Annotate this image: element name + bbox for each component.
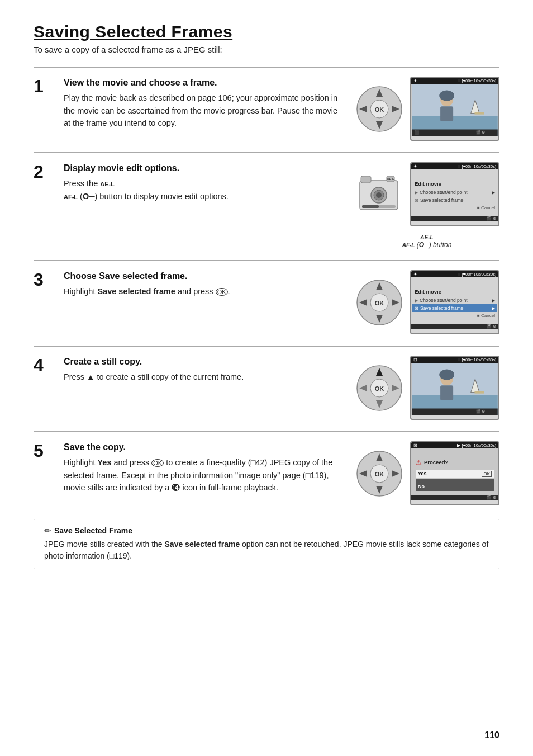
step-5-dialog: ⚠ Proceed? Yes OK No 🎬 ⚙ xyxy=(411,448,498,500)
svg-point-20 xyxy=(376,192,382,198)
step-1-images: OK ✦II [♥00m10s/00s30s] xyxy=(354,77,499,141)
step-2: 2 Display movie edit options. Press the … xyxy=(34,152,499,249)
step-1-screen: ✦II [♥00m10s/00s30s] xyxy=(410,77,499,141)
svg-rect-43 xyxy=(474,391,484,394)
svg-text:OK: OK xyxy=(375,471,384,478)
step-3-desc: Highlight Save selected frame and press … xyxy=(64,285,343,297)
step-2-desc: Press the AE‑LAF‑L (O─) button to displa… xyxy=(64,177,343,202)
step-4-screen: ⊡II [♥00m10s/00s30s] 🎬 ⚙ xyxy=(410,356,499,420)
step-4-images: OK ⊡II [♥00m10s/00s30s] xyxy=(354,356,499,420)
page-title: Saving Selected Frames xyxy=(34,22,499,41)
step-1-number: 1 xyxy=(34,77,58,96)
page-subtitle: To save a copy of a selected frame as a … xyxy=(34,45,499,54)
step-4-desc: Press ▲ to create a still copy of the cu… xyxy=(64,371,343,383)
step-3-menu-item-1: ▶ Choose start/end point ▶ xyxy=(412,296,497,304)
step-4-statusbar: ⊡II [♥00m10s/00s30s] xyxy=(411,357,498,363)
step-5-statusbar: ⊡▶ [♥00m10s/00s30s] xyxy=(411,442,498,448)
step-4: 4 Create a still copy. Press ▲ to create… xyxy=(34,346,499,420)
svg-rect-25 xyxy=(362,205,379,208)
step-2-statusbar: ✦II [♥00m10s/00s30s] xyxy=(411,163,498,169)
step-3-statusbar: ✦II [♥00m10s/00s30s] xyxy=(411,271,498,277)
step-2-camera-diagram: AE-L xyxy=(354,169,404,220)
step-1-desc: Play the movie back as described on page… xyxy=(64,92,343,129)
step-2-number: 2 xyxy=(34,162,58,182)
svg-point-13 xyxy=(439,91,454,101)
step-4-screen-body: 🎬 ⚙ xyxy=(411,363,498,415)
step-3: 3 Choose Save selected frame. Highlight … xyxy=(34,260,499,334)
step-4-title: Create a still copy. xyxy=(64,356,343,368)
step-4-illustration: 🎬 ⚙ xyxy=(411,363,498,415)
step-2-menu-item-1: ▶ Choose start/end point ▶ xyxy=(412,188,497,196)
svg-text:AE-L: AE-L xyxy=(387,177,394,181)
svg-text:OK: OK xyxy=(375,106,384,113)
step-1: 1 View the movie and choose a frame. Pla… xyxy=(34,67,499,141)
step-2-screen: ✦II [♥00m10s/00s30s] Edit movie ▶ Choose… xyxy=(410,162,499,226)
note-title-text: Save Selected Frame xyxy=(54,526,132,535)
svg-rect-10 xyxy=(474,112,484,115)
svg-text:🎬 ⚙: 🎬 ⚙ xyxy=(476,130,485,135)
step-3-dpad: OK xyxy=(354,277,404,328)
svg-text:OK: OK xyxy=(375,385,384,392)
page-number: 110 xyxy=(484,730,499,740)
step-1-dpad: OK xyxy=(354,84,404,134)
step-5-screen: ⊡▶ [♥00m10s/00s30s] ⚠ Proceed? Yes OK xyxy=(410,441,499,505)
step-2-images: AE-L ✦II [♥00m10s/00s30s] Edit movie xyxy=(354,162,499,249)
step-5-images: OK ⊡▶ [♥00m10s/00s30s] ⚠ Proceed? xyxy=(354,441,499,505)
svg-text:OK: OK xyxy=(375,300,384,306)
svg-rect-12 xyxy=(440,106,453,121)
step-2-menu-item-2: ⊡ Save selected frame xyxy=(412,196,497,204)
step-2-title: Display movie edit options. xyxy=(64,162,343,174)
step-3-menu-title: Edit movie xyxy=(412,287,497,296)
svg-text:🎬 ⚙: 🎬 ⚙ xyxy=(476,409,485,414)
svg-point-46 xyxy=(439,370,454,380)
step-3-menu-cancel: ■ Cancel xyxy=(412,312,497,319)
step-1-illustration: ⬛ 🎬 ⚙ xyxy=(411,84,498,136)
proceed-title: Proceed? xyxy=(424,459,448,465)
note-box: ✏ Save Selected Frame JPEG movie stills … xyxy=(34,519,499,569)
note-body: JPEG movie stills created with the Save … xyxy=(44,538,489,562)
proceed-ok: OK xyxy=(482,471,492,477)
step-5: 5 Save the copy. Highlight Yes and press… xyxy=(34,431,499,505)
step-4-number: 4 xyxy=(34,356,58,375)
svg-rect-23 xyxy=(361,176,371,183)
step-1-title: View the movie and choose a frame. xyxy=(64,77,343,89)
step-2-caption: AE‑LAF‑L (O─) button xyxy=(402,233,452,249)
step-1-screen-body: ⬛ 🎬 ⚙ xyxy=(411,84,498,136)
svg-text:⬛: ⬛ xyxy=(415,130,420,135)
step-5-desc: Highlight Yes and press OK to create a f… xyxy=(64,456,343,494)
step-5-number: 5 xyxy=(34,441,58,461)
step-4-dpad: OK xyxy=(354,363,404,413)
step-3-title: Choose Save selected frame. xyxy=(64,270,343,282)
step-2-menu: Edit movie ▶ Choose start/end point ▶ ⊡ … xyxy=(411,169,498,221)
step-5-dpad: OK xyxy=(354,448,404,499)
note-icon: ✏ xyxy=(44,526,51,535)
svg-rect-45 xyxy=(440,385,453,400)
step-3-images: OK ✦II [♥00m10s/00s30s] Edit movie ▶ Cho… xyxy=(354,270,499,334)
step-3-menu-item-2-selected: ⊡ Save selected frame ▶ xyxy=(412,304,497,312)
step-3-number: 3 xyxy=(34,270,58,290)
proceed-yes: Yes xyxy=(418,471,427,476)
step-5-title: Save the copy. xyxy=(64,441,343,453)
step-1-statusbar: ✦II [♥00m10s/00s30s] xyxy=(411,78,498,84)
proceed-no: No xyxy=(418,484,425,489)
step-3-menu: Edit movie ▶ Choose start/end point ▶ ⊡ … xyxy=(411,277,498,329)
step-2-menu-cancel: ■ Cancel xyxy=(412,204,497,211)
note-title: ✏ Save Selected Frame xyxy=(44,526,489,535)
step-3-screen: ✦II [♥00m10s/00s30s] Edit movie ▶ Choose… xyxy=(410,270,499,334)
step-2-menu-title: Edit movie xyxy=(412,179,497,188)
